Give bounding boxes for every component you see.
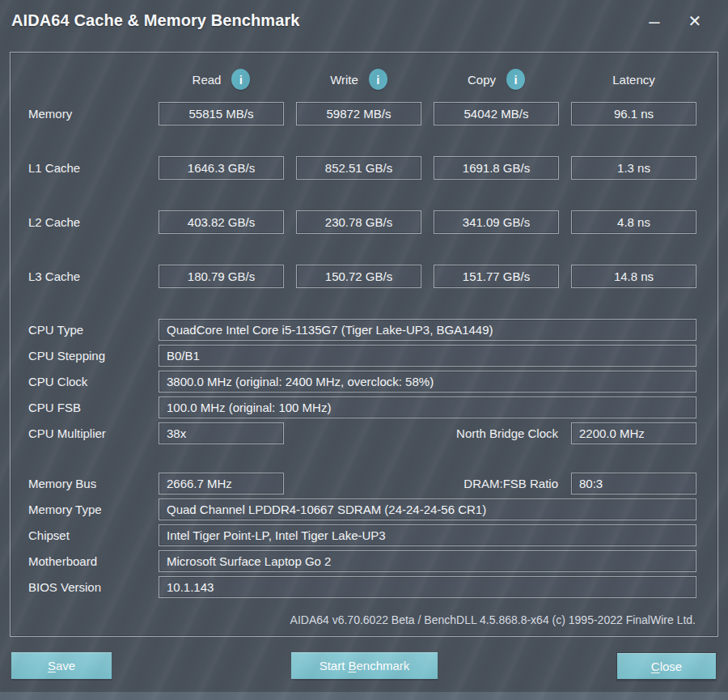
start-benchmark-button[interactable]: Start Benchmark	[291, 652, 438, 679]
cpu-multiplier-value: 38x	[159, 422, 284, 444]
cpu-clock-label: CPU Clock	[28, 371, 87, 392]
memory-copy-value: 54042 MB/s	[434, 102, 559, 125]
l1-write-value: 852.51 GB/s	[296, 156, 421, 180]
close-button[interactable]: Close	[616, 652, 717, 680]
cpu-type-value: QuadCore Intel Core i5-1135G7 (Tiger Lak…	[159, 319, 696, 341]
bios-version-label: BIOS Version	[28, 576, 101, 598]
bios-version-row: BIOS Version 10.1.143	[0, 576, 728, 598]
copy-info-icon[interactable]: i	[506, 69, 525, 90]
close-button-label: Close	[651, 660, 682, 673]
north-bridge-clock-value: 2200.0 MHz	[571, 422, 696, 444]
copy-header-label: Copy	[468, 73, 496, 87]
memory-bus-value: 2666.7 MHz	[159, 473, 284, 494]
minimize-icon: –	[649, 10, 659, 32]
motherboard-label: Motherboard	[28, 550, 97, 572]
version-credits: AIDA64 v6.70.6022 Beta / BenchDLL 4.5.86…	[290, 613, 696, 626]
l2-read-value: 403.82 GB/s	[159, 210, 284, 234]
chipset-row: Chipset Intel Tiger Point-LP, Intel Tige…	[0, 524, 728, 546]
column-header-row: Read i Write i Copy i Latency	[0, 70, 728, 89]
chipset-label: Chipset	[28, 524, 70, 546]
dram-fsb-ratio-label: DRAM:FSB Ratio	[324, 473, 558, 494]
cpu-clock-row: CPU Clock 3800.0 MHz (original: 2400 MHz…	[0, 371, 728, 392]
window-title: AIDA64 Cache & Memory Benchmark	[11, 11, 300, 30]
l2-cache-benchmark-row: L2 Cache 403.82 GB/s 230.78 GB/s 341.09 …	[0, 210, 728, 234]
memory-type-value: Quad Channel LPDDR4-10667 SDRAM (24-24-2…	[159, 498, 696, 520]
titlebar[interactable]: AIDA64 Cache & Memory Benchmark – ✕	[0, 0, 728, 47]
l2-write-value: 230.78 GB/s	[296, 210, 421, 234]
cpu-clock-value: 3800.0 MHz (original: 2400 MHz, overcloc…	[159, 371, 696, 392]
memory-read-value: 55815 MB/s	[159, 102, 284, 125]
cpu-fsb-row: CPU FSB 100.0 MHz (original: 100 MHz)	[0, 397, 728, 418]
latency-header-label: Latency	[612, 73, 655, 87]
memory-write-value: 59872 MB/s	[296, 102, 421, 125]
l3-read-value: 180.79 GB/s	[159, 265, 284, 288]
memory-benchmark-row: Memory 55815 MB/s 59872 MB/s 54042 MB/s …	[0, 102, 728, 125]
l3-latency-value: 14.8 ns	[571, 265, 696, 288]
cpu-type-row: CPU Type QuadCore Intel Core i5-1135G7 (…	[0, 319, 728, 341]
l2-copy-value: 341.09 GB/s	[434, 210, 559, 234]
l1-copy-value: 1691.8 GB/s	[434, 156, 559, 180]
write-header-label: Write	[330, 73, 358, 87]
column-header-read: Read i	[159, 70, 284, 89]
start-benchmark-button-label: Start Benchmark	[320, 659, 410, 672]
motherboard-row: Motherboard Microsoft Surface Laptop Go …	[0, 550, 728, 572]
l1-cache-benchmark-row: L1 Cache 1646.3 GB/s 852.51 GB/s 1691.8 …	[0, 156, 728, 180]
column-header-write: Write i	[296, 70, 421, 89]
close-icon: ✕	[688, 11, 702, 31]
read-header-label: Read	[193, 73, 222, 87]
l3-write-value: 150.72 GB/s	[296, 265, 421, 288]
memory-type-row: Memory Type Quad Channel LPDDR4-10667 SD…	[0, 498, 728, 520]
window-close-button[interactable]: ✕	[681, 6, 709, 36]
motherboard-value: Microsoft Surface Laptop Go 2	[159, 550, 696, 572]
memory-bus-label: Memory Bus	[28, 473, 96, 494]
cpu-fsb-label: CPU FSB	[28, 397, 81, 418]
l3-copy-value: 151.77 GB/s	[434, 265, 559, 288]
l1-read-value: 1646.3 GB/s	[159, 156, 284, 180]
minimize-button[interactable]: –	[641, 6, 668, 36]
l2-cache-row-label: L2 Cache	[28, 210, 80, 234]
l1-cache-row-label: L1 Cache	[28, 156, 80, 180]
memory-row-label: Memory	[28, 102, 72, 125]
save-button[interactable]: Save	[11, 652, 112, 679]
memory-latency-value: 96.1 ns	[571, 102, 696, 125]
chipset-value: Intel Tiger Point-LP, Intel Tiger Lake-U…	[159, 524, 696, 546]
l3-cache-row-label: L3 Cache	[28, 265, 80, 288]
cpu-type-label: CPU Type	[28, 319, 83, 341]
cpu-fsb-value: 100.0 MHz (original: 100 MHz)	[159, 397, 696, 418]
memory-bus-row: Memory Bus 2666.7 MHz DRAM:FSB Ratio 80:…	[0, 473, 728, 494]
l1-latency-value: 1.3 ns	[571, 156, 696, 180]
cpu-multiplier-row: CPU Multiplier 38x North Bridge Clock 22…	[0, 422, 728, 444]
north-bridge-clock-label: North Bridge Clock	[324, 422, 558, 444]
column-header-latency: Latency	[571, 70, 696, 89]
background-window-edge	[0, 692, 728, 700]
cpu-multiplier-label: CPU Multiplier	[28, 422, 106, 444]
cpu-stepping-value: B0/B1	[159, 345, 696, 367]
write-info-icon[interactable]: i	[369, 69, 387, 90]
memory-type-label: Memory Type	[28, 498, 102, 520]
read-info-icon[interactable]: i	[231, 69, 250, 90]
l3-cache-benchmark-row: L3 Cache 180.79 GB/s 150.72 GB/s 151.77 …	[0, 265, 728, 288]
column-header-copy: Copy i	[434, 70, 559, 89]
cpu-stepping-label: CPU Stepping	[28, 345, 105, 367]
l2-latency-value: 4.8 ns	[571, 210, 696, 234]
bios-version-value: 10.1.143	[159, 576, 696, 598]
dram-fsb-ratio-value: 80:3	[571, 473, 696, 494]
save-button-label: Save	[48, 659, 75, 672]
cpu-stepping-row: CPU Stepping B0/B1	[0, 345, 728, 367]
